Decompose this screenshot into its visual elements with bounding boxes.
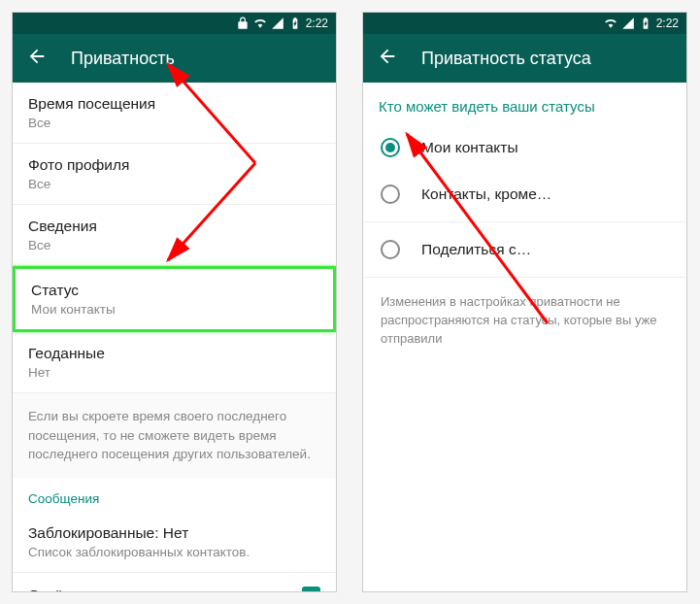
page-title: Приватность статуса	[421, 49, 591, 69]
radio-label: Мои контакты	[421, 139, 518, 156]
item-profile-photo[interactable]: Фото профиля Все	[13, 144, 336, 205]
back-button[interactable]	[26, 46, 48, 71]
item-value: Мои контакты	[31, 302, 317, 317]
checkbox-checked[interactable]	[302, 587, 320, 591]
phone-screen-status-privacy: 2:22 Приватность статуса Кто может видет…	[362, 12, 687, 592]
phone-screen-privacy: 2:22 Приватность Время посещения Все Фот…	[12, 12, 337, 592]
divider	[363, 221, 686, 222]
radio-share-with[interactable]: Поделиться с…	[363, 226, 686, 273]
signal-icon	[271, 17, 284, 30]
wifi-icon	[604, 17, 617, 30]
item-read-receipts[interactable]: Отчёты о прочтении	[13, 573, 336, 591]
last-seen-hint: Если вы скроете время своего последнего …	[13, 393, 336, 478]
radio-my-contacts[interactable]: Мои контакты	[363, 124, 686, 171]
item-status[interactable]: Статус Мои контакты	[13, 266, 336, 332]
item-label: Статус	[31, 282, 317, 299]
item-live-location[interactable]: Геоданные Нет	[13, 332, 336, 393]
status-time: 2:22	[306, 17, 328, 30]
status-bar: 2:22	[363, 13, 686, 34]
radio-input[interactable]	[381, 138, 400, 157]
item-value: Все	[28, 116, 320, 130]
item-value: Все	[28, 238, 320, 252]
app-bar: Приватность	[13, 34, 336, 83]
status-time: 2:22	[656, 17, 679, 30]
item-value: Все	[28, 177, 320, 191]
status-bar: 2:22	[13, 13, 336, 34]
app-bar: Приватность статуса	[363, 34, 686, 83]
privacy-note: Изменения в настройках приватности не ра…	[363, 282, 686, 360]
item-value: Нет	[28, 365, 320, 380]
radio-header: Кто может видеть ваши статусы	[363, 83, 686, 124]
item-label: Фото профиля	[28, 156, 320, 174]
radio-input[interactable]	[381, 185, 400, 204]
item-label: Отчёты о прочтении	[28, 587, 170, 591]
radio-contacts-except[interactable]: Контакты, кроме…	[363, 171, 686, 218]
back-button[interactable]	[377, 46, 398, 71]
wifi-icon	[253, 17, 267, 30]
item-blocked[interactable]: Заблокированные: Нет Список заблокирован…	[13, 512, 336, 573]
divider	[363, 277, 686, 278]
page-title: Приватность	[71, 49, 175, 69]
radio-label: Поделиться с…	[421, 241, 531, 258]
radio-group: Кто может видеть ваши статусы Мои контак…	[363, 83, 686, 591]
item-last-seen[interactable]: Время посещения Все	[13, 83, 336, 144]
item-value: Список заблокированных контактов.	[28, 545, 320, 559]
battery-icon	[639, 17, 652, 30]
item-label: Время посещения	[28, 95, 320, 113]
item-label: Сведения	[28, 218, 320, 235]
item-about[interactable]: Сведения Все	[13, 205, 336, 266]
check-icon	[304, 588, 318, 591]
lock-icon	[236, 17, 250, 30]
arrow-back-icon	[26, 46, 48, 67]
item-label: Заблокированные: Нет	[28, 524, 320, 542]
signal-icon	[621, 17, 635, 30]
item-label: Геоданные	[28, 345, 320, 362]
radio-input[interactable]	[381, 240, 400, 259]
section-messages: Сообщения	[13, 478, 336, 512]
battery-icon	[288, 17, 302, 30]
arrow-back-icon	[377, 46, 398, 67]
settings-list: Время посещения Все Фото профиля Все Све…	[13, 83, 336, 591]
radio-label: Контакты, кроме…	[421, 185, 551, 203]
